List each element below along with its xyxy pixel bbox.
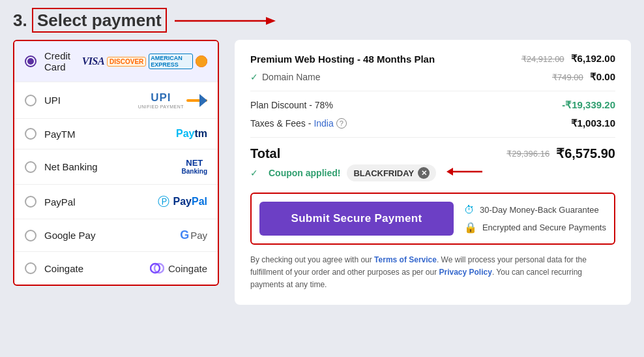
payment-method-coingate[interactable]: Coingate Coingate <box>14 252 218 285</box>
net-banking-logos: NET Banking <box>182 159 207 175</box>
money-back-label: 30-Day Money-Back Guarantee <box>480 205 599 215</box>
paypal-label: PayPal <box>44 196 76 208</box>
visa-logo: VISA <box>82 55 104 67</box>
coupon-remove-button[interactable]: ✕ <box>418 167 430 179</box>
terms-text-1: By checking out you agree with our <box>250 255 374 264</box>
privacy-policy-link[interactable]: Privacy Policy <box>439 268 492 277</box>
paypal-left: PayPal <box>25 196 76 208</box>
paytm-left: PayTM <box>25 128 76 140</box>
taxes-info-icon[interactable]: ? <box>336 118 347 129</box>
net-banking-logo: NET Banking <box>182 159 207 175</box>
svg-marker-3 <box>199 94 207 107</box>
upi-icon-svg <box>186 94 207 107</box>
taxes-country-link[interactable]: India <box>314 118 333 129</box>
payment-method-upi[interactable]: UPI UPI UNIFIED PAYMENT <box>14 82 218 119</box>
payment-method-paypal[interactable]: PayPal Ⓟ PayPal <box>14 185 218 219</box>
total-final-price: ₹6,575.90 <box>556 146 615 161</box>
discount-row: Plan Discount - 78% -₹19,339.20 <box>250 99 615 111</box>
upi-logo: UPI UNIFIED PAYMENT <box>138 91 184 109</box>
title-arrow <box>175 13 279 29</box>
total-row: Total ₹29,396.16 ₹6,575.90 <box>250 146 615 161</box>
payment-method-credit-card[interactable]: Credit Card VISA DISCOVER AMERICAN EXPRE… <box>14 41 218 82</box>
coingate-text: Coingate <box>168 263 207 274</box>
discount-amount: -₹19,339.20 <box>562 99 615 111</box>
credit-card-label: Credit Card <box>44 50 82 72</box>
plan-name: Premium Web Hosting - 48 Months Plan <box>250 54 435 65</box>
radio-credit-card[interactable] <box>25 55 37 67</box>
total-prices: ₹29,396.16 ₹6,575.90 <box>506 146 615 161</box>
secure-label: Encrypted and Secure Payments <box>482 223 606 232</box>
svg-marker-1 <box>266 17 276 25</box>
upi-label: UPI <box>44 95 61 106</box>
paypal-logos: Ⓟ PayPal <box>158 194 207 210</box>
plan-final-price: ₹6,192.00 <box>571 53 615 65</box>
taxes-amount: ₹1,003.10 <box>571 117 615 129</box>
payment-methods-panel: Credit Card VISA DISCOVER AMERICAN EXPRE… <box>13 40 219 286</box>
paytm-label: PayTM <box>44 129 76 140</box>
domain-prices: ₹749.00 ₹0.00 <box>552 71 615 83</box>
total-original-price: ₹29,396.16 <box>506 149 549 159</box>
secure-payment-badge: 🔒 Encrypted and Secure Payments <box>464 221 606 234</box>
mastercard-logo <box>196 55 207 67</box>
coingate-left: Coingate <box>25 262 83 274</box>
coingate-icon-svg <box>150 261 164 275</box>
payment-method-net-banking[interactable]: Net Banking NET Banking <box>14 149 218 185</box>
domain-original-price: ₹749.00 <box>552 72 583 82</box>
coupon-applied-label: Coupon applied! <box>269 168 340 178</box>
radio-paytm[interactable] <box>25 128 37 140</box>
radio-google-pay[interactable] <box>25 230 37 241</box>
radio-upi[interactable] <box>25 95 37 106</box>
terms-of-service-link[interactable]: Terms of Service <box>374 255 437 264</box>
domain-check-icon: ✓ <box>250 72 258 82</box>
mc-circle-right <box>196 55 207 67</box>
coupon-code: BLACKFRIDAY <box>353 168 414 178</box>
payment-method-google-pay[interactable]: Google Pay G Pay <box>14 219 218 252</box>
trust-badges: ⏱ 30-Day Money-Back Guarantee 🔒 Encrypte… <box>464 204 606 234</box>
submit-payment-button[interactable]: Submit Secure Payment <box>259 202 454 236</box>
submit-section: Submit Secure Payment ⏱ 30-Day Money-Bac… <box>250 193 615 245</box>
divider-1 <box>250 91 615 91</box>
main-content: Credit Card VISA DISCOVER AMERICAN EXPRE… <box>13 40 631 305</box>
page-step-title: 3. Select payment <box>13 10 167 31</box>
gpay-text: Pay <box>190 230 207 241</box>
page-title-section: 3. Select payment <box>13 10 631 31</box>
money-back-badge: ⏱ 30-Day Money-Back Guarantee <box>464 204 606 216</box>
taxes-label-group: Taxes & Fees - India ? <box>250 118 347 129</box>
coupon-arrow <box>446 164 486 182</box>
taxes-label: Taxes & Fees - <box>250 118 311 129</box>
net-banking-left: Net Banking <box>25 161 98 173</box>
radio-paypal[interactable] <box>25 196 37 208</box>
paytm-logo: Paytm <box>176 128 207 140</box>
step-number: 3. <box>13 10 27 30</box>
net-banking-label: Net Banking <box>44 161 98 172</box>
coupon-badge: BLACKFRIDAY ✕ <box>347 164 436 181</box>
paypal-icon: Ⓟ <box>158 194 169 210</box>
coupon-row: ✓ Coupon applied! BLACKFRIDAY ✕ <box>250 164 615 182</box>
total-label: Total <box>250 146 280 161</box>
clock-icon: ⏱ <box>464 204 475 216</box>
svg-marker-7 <box>446 168 453 176</box>
radio-coingate[interactable] <box>25 262 37 274</box>
domain-row: ✓ Domain Name ₹749.00 ₹0.00 <box>250 71 615 83</box>
discover-logo: DISCOVER <box>107 57 146 67</box>
plan-prices: ₹24,912.00 ₹6,192.00 <box>521 53 615 65</box>
discount-label: Plan Discount - 78% <box>250 100 333 110</box>
plan-row: Premium Web Hosting - 48 Months Plan ₹24… <box>250 53 615 65</box>
lock-icon: 🔒 <box>464 221 477 234</box>
gpay-g-icon: G <box>180 228 189 242</box>
credit-card-left: Credit Card <box>25 50 82 72</box>
upi-logos: UPI UNIFIED PAYMENT <box>138 91 207 109</box>
credit-card-logos: VISA DISCOVER AMERICAN EXPRESS <box>82 54 207 69</box>
google-pay-left: Google Pay <box>25 230 95 241</box>
order-summary-panel: Premium Web Hosting - 48 Months Plan ₹24… <box>235 40 631 305</box>
google-pay-logos: G Pay <box>180 228 207 242</box>
coupon-check-icon: ✓ <box>250 168 258 178</box>
amex-logo: AMERICAN EXPRESS <box>149 54 192 69</box>
payment-method-paytm[interactable]: PayTM Paytm <box>14 119 218 149</box>
divider-2 <box>250 137 615 138</box>
coingate-label: Coingate <box>44 263 83 274</box>
terms-text: By checking out you agree with our Terms… <box>250 254 615 292</box>
google-pay-label: Google Pay <box>44 230 95 241</box>
radio-net-banking[interactable] <box>25 161 37 173</box>
paypal-logo: PayPal <box>173 196 207 208</box>
